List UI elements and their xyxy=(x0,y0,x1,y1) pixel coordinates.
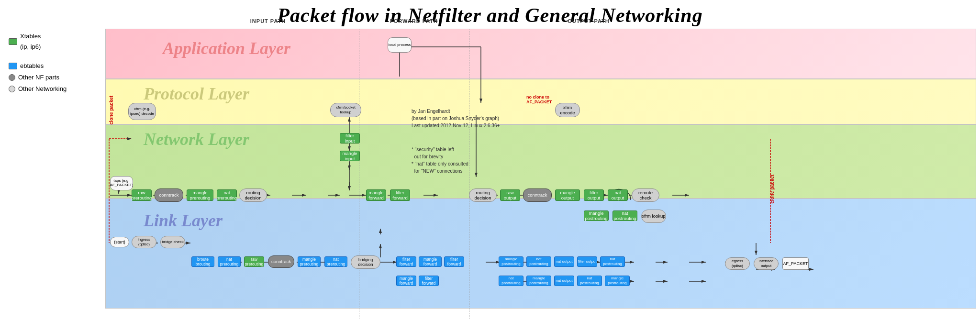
node-mangle-postrouting-link3: mangle postrouting xyxy=(605,276,630,286)
node-nat-prerouting-net: nat prerouting xyxy=(217,189,237,201)
page-title: Packet flow in Netfilter and General Net… xyxy=(0,0,980,29)
node-egress-qdisc: egress (qdisc) xyxy=(725,257,750,270)
node-mangle-postrouting-link1: mangle postrouting xyxy=(499,256,523,267)
node-reroute-check: reroute check xyxy=(632,188,659,202)
node-xfrm-encode: xfrm encode xyxy=(555,103,580,117)
node-mangle-forward-link: mangle forward xyxy=(419,256,442,267)
node-xfrm-decode: xfrm (e.g. ipsec) decode xyxy=(128,103,156,120)
node-taps: taps (e.g. AF_PACKET) xyxy=(110,176,133,190)
node-raw-prerouting: raw prerouting xyxy=(132,189,152,201)
node-mangle-prerouting-net: mangle prerouting xyxy=(187,189,213,201)
legend-nf-parts: Other NF parts xyxy=(18,72,59,83)
node-ingress-qdisc: ingress (qdisc) xyxy=(132,236,156,248)
node-xfrm-socket-lookup: xfrm/socket lookup xyxy=(330,103,361,117)
node-conntrack-link: conntrack xyxy=(268,255,294,268)
legend-xtables: Xtables(ip, ip6) xyxy=(20,31,41,52)
annotation-notes: * "security" table left out for brevity … xyxy=(412,146,468,175)
band-application xyxy=(105,29,976,79)
label-clone-packet-right: clone packet xyxy=(769,175,775,204)
node-nat-postrouting-net: nat postrouting xyxy=(612,210,637,221)
legend: Xtables(ip, ip6) ebtables Other NF parts… xyxy=(9,31,67,95)
node-raw-output: raw output xyxy=(500,189,520,201)
node-mangle-input: mangle input xyxy=(340,151,360,161)
node-nat-postrouting-link2: nat postrouting xyxy=(600,256,625,267)
col-header-output: OUTPUT PATH xyxy=(469,18,708,24)
node-bridge-check: bridge check xyxy=(160,236,185,248)
node-nat-output-link2: nat output xyxy=(554,276,574,286)
node-conntrack-output: conntrack xyxy=(523,188,552,202)
legend-other-networking: Other Networking xyxy=(18,84,67,94)
col-header-forward: FORWARD PATH xyxy=(359,18,469,24)
node-filter-forward-link2: filter forward xyxy=(444,256,464,267)
node-routing-decision-input: routing decision xyxy=(239,188,267,202)
node-mangle-prerouting-link: mangle prerouting xyxy=(298,256,321,267)
node-filter-input: filter input xyxy=(340,133,360,144)
node-mangle-forward-net: mangle forward xyxy=(366,189,386,201)
node-broute-brouting: broute brouting xyxy=(191,256,214,267)
node-nat-postrouting-link3: nat postrouting xyxy=(499,276,523,286)
node-filter-forward-net: filter forward xyxy=(390,189,410,201)
node-bridging-decision: bridging decision xyxy=(351,255,380,269)
node-nat-prerouting-link2: nat prerouting xyxy=(324,256,347,267)
band-link xyxy=(105,199,976,309)
node-mangle-postrouting-link2: mangle postrouting xyxy=(526,276,551,286)
separator-input-forward xyxy=(359,29,359,319)
diagram: INPUT PATH FORWARD PATH OUTPUT PATH Appl… xyxy=(105,29,976,319)
separator-forward-output xyxy=(469,29,469,319)
node-start: (start) xyxy=(110,237,129,247)
node-filter-output-link: filter output xyxy=(577,256,597,267)
node-filter-forward-link: filter forward xyxy=(396,256,416,267)
label-clone-packet-left: clone packet xyxy=(109,96,114,125)
node-nat-output-link: nat output xyxy=(554,256,574,267)
legend-ebtables: ebtables xyxy=(20,61,44,71)
annotation-author: by Jan Engelhardt (based in part on Josh… xyxy=(412,108,500,129)
node-nat-prerouting-link: nat prerouting xyxy=(218,256,241,267)
col-header-input: INPUT PATH xyxy=(177,18,359,24)
node-interface-output: interface output xyxy=(754,257,779,270)
node-nat-postrouting-link4: nat postrouting xyxy=(577,276,602,286)
node-routing-decision-output: routing decision xyxy=(469,188,497,202)
node-mangle-postrouting: mangle postrouting xyxy=(584,210,609,221)
node-filter-output: filter output xyxy=(584,189,604,201)
node-af-packet-right: AF_PACKET xyxy=(782,257,809,270)
label-no-clone: no clone toAF_PACKET xyxy=(526,95,552,104)
node-nat-output: nat output xyxy=(608,189,628,201)
node-local-process: local process xyxy=(388,37,412,53)
node-conntrack-network: conntrack xyxy=(155,188,183,202)
node-nat-postrouting-link1: nat postrouting xyxy=(526,256,551,267)
node-raw-prerouting-link: raw prerouting xyxy=(244,256,264,267)
node-mangle-forward-link-row2: mangle forward xyxy=(396,276,416,286)
node-mangle-output: mangle output xyxy=(555,189,580,201)
node-xfrm-lookup: xfrm lookup xyxy=(641,210,666,223)
band-network xyxy=(105,124,976,199)
node-filter-forward-link-row2: filter forward xyxy=(419,276,439,286)
